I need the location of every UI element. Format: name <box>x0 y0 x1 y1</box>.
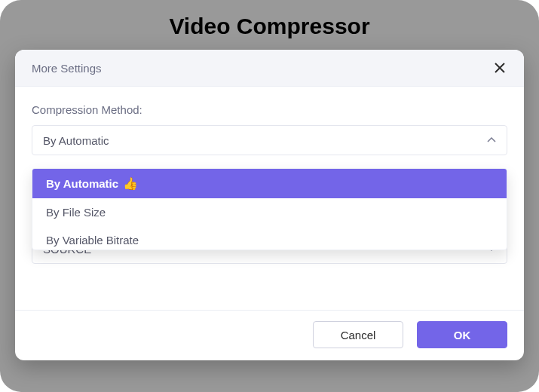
modal-title: More Settings <box>32 62 102 75</box>
more-settings-modal: More Settings Compression Method: By Aut… <box>15 50 524 360</box>
modal-body: Compression Method: By Automatic SOURCE … <box>15 87 524 310</box>
modal-footer: Cancel OK <box>15 310 524 360</box>
dropdown-option-label: By Automatic <box>46 177 118 190</box>
dropdown-option-label: By File Size <box>46 206 106 219</box>
compression-method-dropdown: By Automatic 👍 By File Size By Variable … <box>32 168 507 250</box>
dropdown-option-filesize[interactable]: By File Size <box>32 198 507 226</box>
dropdown-option-automatic[interactable]: By Automatic 👍 <box>32 169 507 198</box>
compression-method-label: Compression Method: <box>32 103 507 116</box>
compression-method-select[interactable]: By Automatic <box>32 125 507 155</box>
compression-method-value: By Automatic <box>43 134 109 147</box>
modal-header: More Settings <box>15 50 524 87</box>
chevron-up-icon <box>487 137 496 143</box>
close-icon <box>495 63 505 73</box>
dropdown-option-label: By Variable Bitrate <box>46 234 139 247</box>
cancel-button[interactable]: Cancel <box>313 321 403 348</box>
close-button[interactable] <box>492 60 507 75</box>
dropdown-pointer <box>52 168 64 169</box>
thumbs-up-icon: 👍 <box>123 176 138 191</box>
dropdown-option-variable-bitrate[interactable]: By Variable Bitrate <box>32 226 507 250</box>
ok-button[interactable]: OK <box>417 321 507 348</box>
